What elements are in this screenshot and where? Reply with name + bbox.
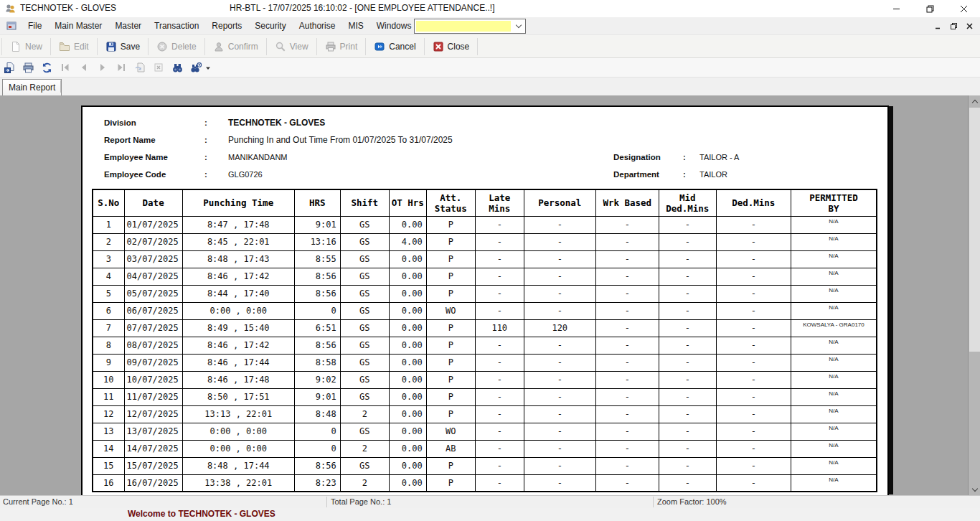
toolbar-button-label: View (290, 42, 308, 52)
scrollbar-thumb[interactable] (969, 108, 980, 352)
toolbar-separator (266, 38, 267, 55)
chevron-down-icon (516, 22, 522, 28)
print-button[interactable]: Print (319, 37, 364, 56)
view-icon (275, 41, 286, 52)
menu-file[interactable]: File (22, 18, 48, 34)
menu-reports[interactable]: Reports (205, 18, 248, 34)
restore-button[interactable] (914, 0, 946, 17)
close-window-button[interactable] (948, 0, 980, 17)
mdi-minimize-button[interactable] (930, 19, 946, 33)
cancel-button[interactable]: Cancel (367, 37, 422, 56)
table-cell: 0.00 (389, 423, 426, 440)
table-cell: N/A (791, 440, 877, 457)
table-cell: 12/07/2025 (124, 405, 182, 423)
table-cell: GS (340, 337, 389, 354)
vertical-scrollbar[interactable] (968, 95, 980, 495)
column-header: Mid Ded.Mins (659, 189, 716, 216)
table-row: 707/07/20258:49 , 15:406:51GS0.00P110120… (93, 319, 877, 337)
menu-authorise[interactable]: Authorise (293, 18, 342, 34)
field-division: Division : TECHNOTEK - GLOVES (104, 117, 136, 128)
table-cell: - (524, 440, 595, 457)
menu-security[interactable]: Security (248, 18, 292, 34)
zoom-dropdown-caret[interactable] (205, 61, 211, 74)
application-window: TECHNOTEK - GLOVES HR-BTL - 17/07/2025 1… (0, 0, 980, 521)
table-cell: WO (426, 302, 475, 319)
mdi-restore-icon (951, 23, 957, 29)
prev-page-icon[interactable] (75, 60, 93, 75)
confirm-icon (213, 41, 225, 52)
view-button[interactable]: View (268, 37, 315, 56)
table-cell: 8 (93, 337, 124, 354)
table-cell: - (659, 474, 716, 492)
print-report-icon[interactable] (19, 60, 37, 75)
menu-main-master[interactable]: Main Master (48, 18, 108, 34)
mdi-close-button[interactable] (961, 19, 977, 33)
table-cell: P (426, 405, 475, 423)
table-cell: 05/07/2025 (124, 285, 182, 302)
scroll-down-button[interactable] (969, 484, 980, 495)
find-icon[interactable] (168, 60, 187, 75)
last-page-icon[interactable] (112, 60, 131, 75)
menu-transaction[interactable]: Transaction (148, 18, 205, 34)
table-cell: 13:16 (294, 233, 340, 250)
mdi-restore-button[interactable] (946, 19, 961, 33)
table-cell: 4 (93, 268, 124, 285)
scroll-up-button[interactable] (969, 95, 980, 107)
minimize-button[interactable] (880, 0, 913, 17)
refresh-icon[interactable] (37, 60, 56, 75)
close-icon (433, 41, 444, 52)
table-cell: 2 (340, 405, 389, 423)
tab-main-report[interactable]: Main Report (2, 79, 62, 95)
column-header: Att. Status (426, 189, 475, 216)
menu-windows[interactable]: Windows (370, 18, 418, 34)
table-cell: 01/07/2025 (124, 216, 182, 233)
zoom-icon[interactable] (187, 60, 205, 75)
table-cell: GS (340, 457, 389, 474)
table-row: 1111/07/20258:50 , 17:519:01GS0.00P-----… (93, 388, 877, 405)
next-page-icon[interactable] (93, 60, 112, 75)
close-button[interactable]: Close (426, 37, 476, 56)
table-cell: N/A (791, 337, 877, 354)
table-cell: - (659, 423, 716, 440)
cancel-export-icon[interactable] (149, 60, 168, 75)
table-cell: 8:44 , 17:40 (182, 285, 294, 302)
table-row: 1212/07/202513:13 , 22:018:4820.00P-----… (93, 405, 877, 423)
goto-page-icon[interactable] (131, 60, 149, 75)
table-cell: - (659, 233, 716, 250)
table-cell: - (595, 371, 659, 388)
table-cell: WO (426, 423, 475, 440)
combo-arrow[interactable] (512, 19, 525, 33)
table-cell: - (716, 371, 791, 388)
table-cell: - (524, 474, 595, 492)
table-cell: 0.00 (389, 457, 426, 474)
first-page-icon[interactable] (56, 60, 75, 75)
save-button[interactable]: Save (99, 37, 146, 56)
table-cell: - (659, 319, 716, 337)
table-cell: 110 (475, 319, 524, 337)
table-cell: P (426, 474, 475, 492)
field-employee-name: Employee Name : MANIKANDANM (104, 151, 168, 163)
print-icon (325, 41, 336, 52)
report-viewer-toolbar (0, 58, 980, 78)
menu-mis[interactable]: MIS (341, 18, 369, 34)
table-cell: 02/07/2025 (124, 233, 182, 250)
table-cell: P (426, 371, 475, 388)
table-cell: 120 (524, 319, 595, 337)
windows-combo[interactable] (414, 19, 526, 34)
table-cell: - (524, 302, 595, 319)
export-icon[interactable] (0, 60, 19, 75)
table-cell: GS (340, 371, 389, 388)
table-cell: 0.00 (389, 354, 426, 371)
mdi-minimize-icon (935, 23, 941, 29)
table-cell: 8:56 (294, 285, 340, 302)
table-cell: - (595, 440, 659, 457)
delete-icon (156, 41, 168, 52)
new-button[interactable]: New (4, 37, 49, 56)
menu-master[interactable]: Master (108, 18, 148, 34)
confirm-button[interactable]: Confirm (207, 37, 265, 56)
delete-button[interactable]: Delete (150, 37, 203, 56)
table-cell: 12 (93, 405, 124, 423)
edit-button[interactable]: Edit (52, 37, 95, 56)
field-employee-code: Employee Code : GLG0726 (104, 169, 166, 180)
main-toolbar: NewEditSaveDeleteConfirmViewPrintCancelC… (0, 35, 980, 58)
